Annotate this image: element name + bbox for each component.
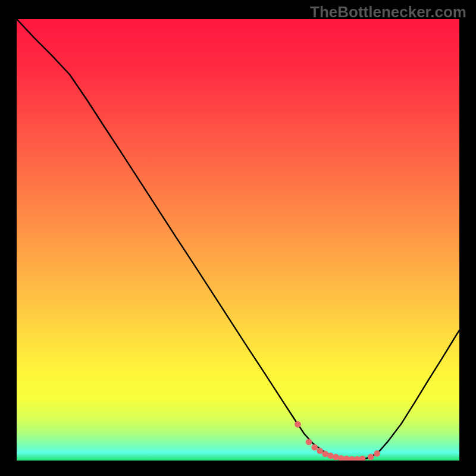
curve-markers: [295, 421, 380, 461]
curve-marker: [306, 439, 312, 446]
bottleneck-curve: [17, 19, 459, 459]
curve-marker: [343, 456, 350, 461]
curve-marker: [338, 455, 345, 461]
curve-marker: [317, 447, 323, 454]
curve-marker: [349, 456, 355, 461]
curve-marker: [333, 454, 339, 461]
stage: TheBottlenecker.com: [0, 0, 476, 476]
curve-marker: [327, 453, 334, 459]
curve-marker: [311, 444, 318, 450]
curve-marker: [368, 454, 374, 461]
curve-marker: [374, 450, 380, 457]
watermark-text: TheBottlenecker.com: [310, 3, 466, 21]
plot-area: [17, 19, 459, 461]
curve-marker: [359, 456, 366, 461]
curve-marker: [295, 421, 301, 428]
overlay-svg: [17, 19, 459, 461]
